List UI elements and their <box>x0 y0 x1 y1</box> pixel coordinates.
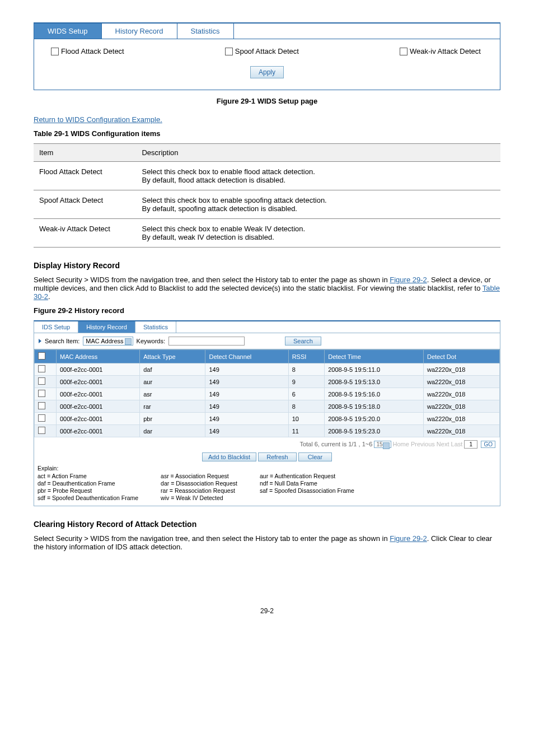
table-cell: asr <box>140 388 205 400</box>
table-cell: 2008-9-5 19:5:23.0 <box>325 425 424 437</box>
row-checkbox[interactable] <box>38 377 45 385</box>
table-cell: wa2220x_018 <box>423 425 499 437</box>
pager-next[interactable]: Next <box>437 441 449 447</box>
tab-statistics[interactable]: Statistics <box>135 321 176 333</box>
history-data-table: MAC AddressAttack TypeDetect ChannelRSSI… <box>34 349 500 437</box>
go-button[interactable]: GO <box>481 441 495 448</box>
refresh-button[interactable]: Refresh <box>258 452 297 461</box>
table-row: 000f-e2cc-0001aur14992008-9-5 19:5:13.0w… <box>35 376 500 388</box>
page-size-select[interactable]: 15 <box>374 441 391 448</box>
table-cell: 2008-9-5 19:5:18.0 <box>325 400 424 413</box>
column-header <box>35 350 57 363</box>
table-cell: 2008-9-5 19:5:16.0 <box>325 388 424 400</box>
table-cell-desc: Select this check box to enable flood at… <box>136 162 500 190</box>
table-cell: 6 <box>288 388 325 400</box>
row-checkbox[interactable] <box>38 414 45 422</box>
pager-prev[interactable]: Previous <box>411 441 435 447</box>
table-cell: 149 <box>205 400 288 413</box>
explain-line: aur = Authentication Request <box>260 473 354 479</box>
explain-line: ndf = Null Data Frame <box>260 480 354 487</box>
checkbox-label: Spoof Attack Detect <box>235 47 299 55</box>
wids-setup-panel: WIDS Setup History Record Statistics Flo… <box>34 22 500 90</box>
table-cell: wa2220x_018 <box>423 400 499 413</box>
page-number-input[interactable] <box>464 440 477 449</box>
pager-last[interactable]: Last <box>451 441 463 447</box>
explain-line: daf = Deauthentication Frame <box>38 480 138 487</box>
figure-caption: Figure 29-1 WIDS Setup page <box>34 97 500 105</box>
section-heading: Clearing History Record of Attack Detect… <box>34 520 500 529</box>
return-link[interactable]: Return to WIDS Configuration Example. <box>34 115 162 124</box>
table-cell: 10 <box>288 413 325 425</box>
figure-ref-link[interactable]: Figure 29-2 <box>390 276 427 284</box>
tab-history-record[interactable]: History Record <box>102 24 177 39</box>
explain-line: act = Action Frame <box>38 473 138 479</box>
keywords-input[interactable] <box>168 337 245 346</box>
table-cell: aur <box>140 376 205 388</box>
checkbox-icon <box>400 48 407 55</box>
table-cell: 149 <box>205 425 288 437</box>
section-heading: Display History Record <box>34 261 500 270</box>
explain-line: pbr = Probe Request <box>38 487 138 494</box>
pager-home[interactable]: Home <box>393 441 409 447</box>
table-cell: 000f-e2cc-0001 <box>57 425 140 437</box>
table-header: Item <box>34 144 136 162</box>
checkbox-label: Flood Attack Detect <box>61 47 124 55</box>
figure-ref-link[interactable]: Figure 29-2 <box>390 534 427 543</box>
explain-line: wiv = Weak IV Detected <box>161 494 237 501</box>
table-cell: 149 <box>205 363 288 376</box>
row-checkbox[interactable] <box>38 365 45 372</box>
table-cell-desc: Select this check box to enable spoofing… <box>136 190 500 219</box>
checkbox-icon <box>225 48 233 55</box>
row-checkbox[interactable] <box>38 390 45 397</box>
search-row: Search Item: MAC Address Keywords: Searc… <box>34 333 500 349</box>
search-item-select[interactable]: MAC Address <box>83 337 133 346</box>
tab-history-record[interactable]: History Record <box>78 321 135 333</box>
table-row: 000f-e2cc-0001asr14962008-9-5 19:5:16.0w… <box>35 388 500 400</box>
explain-title: Explain: <box>38 465 496 472</box>
apply-button[interactable]: Apply <box>250 66 284 78</box>
table-cell: rar <box>140 400 205 413</box>
select-all-checkbox[interactable] <box>38 352 45 360</box>
body-text: Select Security > WIDS from the navigati… <box>34 534 500 551</box>
tab-statistics[interactable]: Statistics <box>177 24 234 39</box>
table-caption: Table 29-1 WIDS Configuration items <box>34 129 500 138</box>
column-header: Attack Type <box>140 350 205 363</box>
table-cell-item: Spoof Attack Detect <box>34 190 136 219</box>
table-cell-item: Weak-iv Attack Detect <box>34 219 136 248</box>
tab-ids-setup[interactable]: IDS Setup <box>34 321 78 333</box>
spoof-attack-checkbox[interactable]: Spoof Attack Detect <box>225 47 299 55</box>
history-record-panel: IDS Setup History Record Statistics Sear… <box>34 320 500 506</box>
search-button[interactable]: Search <box>285 337 321 346</box>
table-cell: pbr <box>140 413 205 425</box>
column-header: Detect Time <box>325 350 424 363</box>
row-checkbox[interactable] <box>38 402 45 409</box>
column-header: Detect Dot <box>423 350 499 363</box>
table-cell-desc: Select this check box to enable Weak IV … <box>136 219 500 248</box>
pagination: Total 6, current is 1/1 , 1~6 15 Home Pr… <box>34 437 500 451</box>
table-cell: 149 <box>205 388 288 400</box>
weak-iv-attack-checkbox[interactable]: Weak-iv Attack Detect <box>400 47 481 55</box>
flood-attack-checkbox[interactable]: Flood Attack Detect <box>51 47 124 55</box>
column-header: Detect Channel <box>205 350 288 363</box>
explain-line: asr = Association Request <box>161 473 237 479</box>
explain-line: rar = Reassociation Request <box>161 487 237 494</box>
clear-button[interactable]: Clear <box>298 452 332 461</box>
table-cell: daf <box>140 363 205 376</box>
table-cell: dar <box>140 425 205 437</box>
table-row: 000f-e2cc-0001pbr149102008-9-5 19:5:20.0… <box>35 413 500 425</box>
keywords-label: Keywords: <box>137 338 165 344</box>
table-cell: 8 <box>288 363 325 376</box>
row-checkbox[interactable] <box>38 427 45 434</box>
table-cell: wa2220x_018 <box>423 376 499 388</box>
add-to-blacklist-button[interactable]: Add to Blacklist <box>202 452 256 461</box>
column-header: RSSI <box>288 350 325 363</box>
tab-bar: WIDS Setup History Record Statistics <box>34 24 500 39</box>
table-cell: 8 <box>288 400 325 413</box>
table-cell: 149 <box>205 413 288 425</box>
table-cell: 149 <box>205 376 288 388</box>
table-cell: 2008-9-5 19:5:11.0 <box>325 363 424 376</box>
tab-wids-setup[interactable]: WIDS Setup <box>34 24 102 39</box>
explain-line: dar = Disassociation Request <box>161 480 237 487</box>
checkbox-icon <box>51 48 59 55</box>
table-cell: 11 <box>288 425 325 437</box>
